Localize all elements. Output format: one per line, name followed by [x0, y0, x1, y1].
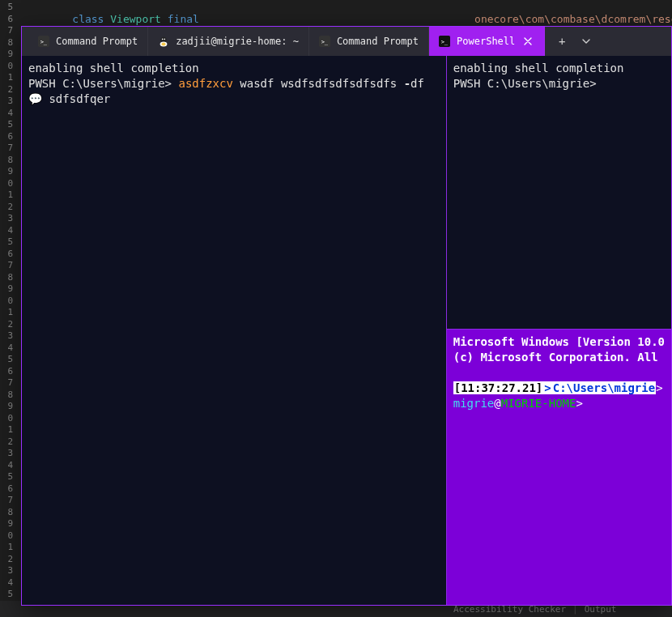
prompt-host: MIGRIE-HOME	[501, 397, 576, 410]
pane-right-bottom-cmd[interactable]: Microsoft Windows [Version 10.0 (c) Micr…	[447, 330, 671, 605]
tab-command-prompt-1[interactable]: >_ Command Prompt	[28, 27, 148, 56]
svg-point-5	[162, 39, 164, 40]
tab-dropdown-button[interactable]	[574, 27, 598, 56]
gt-1: >	[543, 381, 551, 394]
keyword-class: class	[72, 13, 104, 25]
dash: -	[404, 77, 410, 90]
prompt-user: migrie	[453, 397, 495, 410]
emoji-icon: 💬	[28, 92, 42, 105]
ver-line-2: (c) Microsoft Corporation. All	[453, 351, 658, 364]
tab-powershell[interactable]: >_ PowerShell	[429, 27, 545, 56]
cmd-args-3: sdfsdfqer	[49, 92, 110, 105]
output-line: enabling shell completion	[453, 62, 624, 74]
at-sign: @	[494, 397, 500, 410]
path: C:\Users\migrie	[552, 381, 656, 394]
close-tab-button[interactable]	[521, 35, 534, 48]
prompt: PWSH C:\Users\migrie>	[453, 77, 597, 90]
tab-label: PowerShell	[457, 36, 515, 47]
cmd-icon: >_	[439, 36, 450, 47]
svg-text:>_: >_	[321, 39, 329, 45]
gt-2: >	[656, 381, 662, 394]
keyword-final: final	[168, 13, 199, 25]
svg-point-6	[164, 39, 166, 40]
svg-text:>_: >_	[441, 39, 449, 45]
ver-line-1: Microsoft Windows [Version 10.0	[453, 335, 665, 348]
cmd-args: wasdf wsdfsdfsdfsdfsdfs	[240, 77, 397, 90]
cmd-word: asdfzxcv	[178, 77, 232, 90]
tab-label: zadjii@migrie-home: ~	[176, 36, 299, 47]
svg-text:>_: >_	[40, 39, 48, 45]
tab-bar: >_ Command Prompt zadjii@migrie-home: ~ …	[22, 27, 671, 56]
time-badge: [11:37:27.21]	[453, 381, 544, 394]
gt-3: >	[576, 397, 582, 410]
svg-point-4	[162, 42, 166, 45]
new-tab-button[interactable]: +	[550, 27, 574, 56]
cmd-icon: >_	[319, 36, 330, 47]
cmd-icon: >_	[38, 36, 49, 47]
tab-label: Command Prompt	[337, 36, 419, 47]
prompt: PWSH C:\Users\migrie>	[28, 77, 172, 90]
tab-wsl[interactable]: zadjii@migrie-home: ~	[148, 27, 309, 56]
type-viewport: Viewport	[110, 13, 161, 25]
tux-icon	[158, 36, 169, 47]
terminal-window: >_ Command Prompt zadjii@migrie-home: ~ …	[21, 26, 672, 606]
output-line: enabling shell completion	[28, 62, 199, 74]
tab-bar-controls: +	[550, 27, 598, 56]
pane-right: enabling shell completion PWSH C:\Users\…	[447, 56, 671, 605]
line-number-gutter: 5 6 7 8 9 0 1 2 3 4 5 6 7 8 9 0 1 2 3 4 …	[0, 0, 15, 617]
pane-container: enabling shell completion PWSH C:\Users\…	[22, 56, 671, 605]
cmd-args-2: df	[410, 77, 424, 90]
tab-command-prompt-2[interactable]: >_ Command Prompt	[309, 27, 429, 56]
tab-label: Command Prompt	[56, 36, 138, 47]
pane-left-pwsh[interactable]: enabling shell completion PWSH C:\Users\…	[22, 56, 447, 605]
pane-right-top-pwsh[interactable]: enabling shell completion PWSH C:\Users\…	[447, 56, 671, 330]
